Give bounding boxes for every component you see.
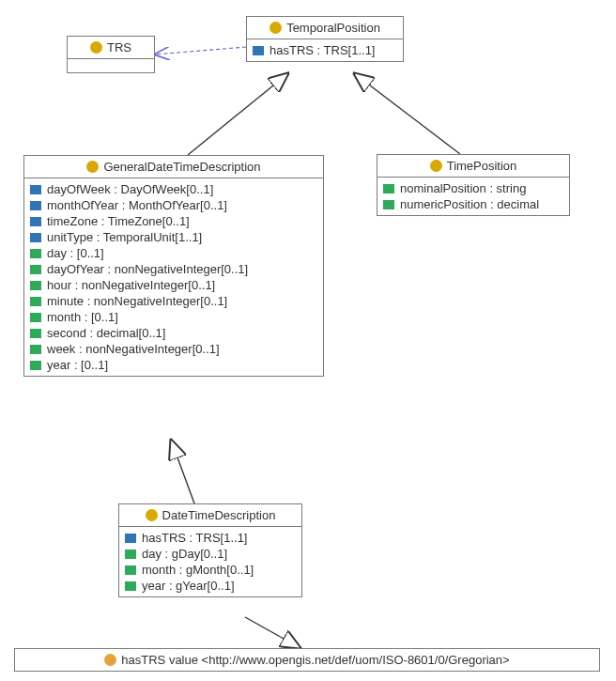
class-body: hasTRS : TRS[1..1] <box>247 39 403 61</box>
class-attribute: hasTRS : TRS[1..1] <box>125 530 296 546</box>
class-name: GeneralDateTimeDescription <box>103 160 260 174</box>
attribute-text: dayOfYear : nonNegativeInteger[0..1] <box>47 262 248 276</box>
class-attribute: minute : nonNegativeInteger[0..1] <box>30 293 317 309</box>
attribute-text: monthOfYear : MonthOfYear[0..1] <box>47 198 227 212</box>
restriction-title: hasTRS value <http://www.opengis.net/def… <box>15 649 599 671</box>
svg-line-2 <box>354 73 460 154</box>
class-title: TemporalPosition <box>247 17 403 39</box>
data-property-icon <box>125 581 136 591</box>
class-attribute: timeZone : TimeZone[0..1] <box>30 213 317 229</box>
class-box-time-position[interactable]: TimePosition nominalPosition : stringnum… <box>377 154 570 216</box>
class-attribute: unitType : TemporalUnit[1..1] <box>30 229 317 245</box>
attribute-text: year : gYear[0..1] <box>142 579 235 593</box>
class-icon <box>86 161 99 173</box>
class-attribute: hasTRS : TRS[1..1] <box>253 42 397 58</box>
data-property-icon <box>30 281 41 290</box>
attribute-text: timeZone : TimeZone[0..1] <box>47 214 190 228</box>
data-property-icon <box>30 361 41 370</box>
object-property-icon <box>30 233 41 242</box>
class-attribute: monthOfYear : MonthOfYear[0..1] <box>30 197 317 213</box>
attribute-text: nominalPosition : string <box>400 181 526 195</box>
class-attribute: hour : nonNegativeInteger[0..1] <box>30 277 317 293</box>
attribute-text: week : nonNegativeInteger[0..1] <box>47 342 220 356</box>
class-title: GeneralDateTimeDescription <box>24 156 323 178</box>
attribute-text: hour : nonNegativeInteger[0..1] <box>47 278 215 292</box>
attribute-text: unitType : TemporalUnit[1..1] <box>47 230 202 244</box>
class-body-empty <box>68 59 154 72</box>
class-attribute: year : [0..1] <box>30 357 317 373</box>
class-title: DateTimeDescription <box>119 504 301 527</box>
class-name: TRS <box>107 40 131 54</box>
class-box-general-date-time-description[interactable]: GeneralDateTimeDescription dayOfWeek : D… <box>23 155 324 377</box>
data-property-icon <box>30 313 41 322</box>
class-attribute: day : [0..1] <box>30 245 317 261</box>
class-box-trs[interactable]: TRS <box>67 36 155 73</box>
attribute-text: day : [0..1] <box>47 246 104 260</box>
class-attribute: year : gYear[0..1] <box>125 578 296 594</box>
class-attribute: dayOfYear : nonNegativeInteger[0..1] <box>30 261 317 277</box>
attribute-text: day : gDay[0..1] <box>142 547 227 561</box>
class-title: TRS <box>68 37 154 59</box>
svg-line-1 <box>188 73 288 155</box>
svg-line-4 <box>245 617 300 648</box>
class-attribute: day : gDay[0..1] <box>125 546 296 562</box>
class-body: hasTRS : TRS[1..1]day : gDay[0..1]month … <box>119 527 301 596</box>
class-attribute: dayOfWeek : DayOfWeek[0..1] <box>30 181 317 197</box>
class-box-date-time-description[interactable]: DateTimeDescription hasTRS : TRS[1..1]da… <box>118 503 302 597</box>
object-property-icon <box>30 185 41 194</box>
data-property-icon <box>383 200 394 209</box>
class-title: TimePosition <box>377 155 569 178</box>
class-icon <box>270 22 282 34</box>
object-property-icon <box>30 201 41 210</box>
class-name: TemporalPosition <box>286 21 380 35</box>
attribute-text: month : gMonth[0..1] <box>142 563 254 577</box>
attribute-text: month : [0..1] <box>47 310 118 324</box>
data-property-icon <box>125 565 136 575</box>
attribute-text: second : decimal[0..1] <box>47 326 165 340</box>
data-property-icon <box>30 297 41 306</box>
data-property-icon <box>383 184 394 193</box>
attribute-text: hasTRS : TRS[1..1] <box>142 531 247 545</box>
object-property-icon <box>30 217 41 226</box>
class-name: TimePosition <box>447 159 517 173</box>
class-body: dayOfWeek : DayOfWeek[0..1]monthOfYear :… <box>24 178 323 376</box>
class-attribute: nominalPosition : string <box>383 180 563 196</box>
class-box-temporal-position[interactable]: TemporalPosition hasTRS : TRS[1..1] <box>246 16 404 62</box>
attribute-text: numericPosition : decimal <box>400 197 539 211</box>
attribute-text: dayOfWeek : DayOfWeek[0..1] <box>47 182 213 196</box>
class-name: DateTimeDescription <box>162 508 276 522</box>
object-property-icon <box>125 534 136 543</box>
restriction-text: hasTRS value <http://www.opengis.net/def… <box>121 653 509 667</box>
class-icon <box>146 509 158 521</box>
attribute-text: year : [0..1] <box>47 358 108 372</box>
class-attribute: month : [0..1] <box>30 309 317 325</box>
restriction-box[interactable]: hasTRS value <http://www.opengis.net/def… <box>14 648 600 672</box>
attribute-text: hasTRS : TRS[1..1] <box>270 43 375 57</box>
attribute-text: minute : nonNegativeInteger[0..1] <box>47 294 227 308</box>
svg-line-3 <box>171 440 194 503</box>
data-property-icon <box>30 345 41 354</box>
class-attribute: second : decimal[0..1] <box>30 325 317 341</box>
object-property-icon <box>253 46 264 55</box>
data-property-icon <box>125 549 136 559</box>
svg-line-0 <box>155 47 246 54</box>
class-icon <box>90 41 102 54</box>
class-attribute: month : gMonth[0..1] <box>125 562 296 578</box>
class-attribute: numericPosition : decimal <box>383 196 563 212</box>
class-icon <box>430 160 442 172</box>
data-property-icon <box>30 329 41 338</box>
restriction-icon <box>104 654 116 666</box>
data-property-icon <box>30 249 41 258</box>
class-body: nominalPosition : stringnumericPosition … <box>377 178 569 215</box>
data-property-icon <box>30 265 41 274</box>
class-attribute: week : nonNegativeInteger[0..1] <box>30 341 317 357</box>
